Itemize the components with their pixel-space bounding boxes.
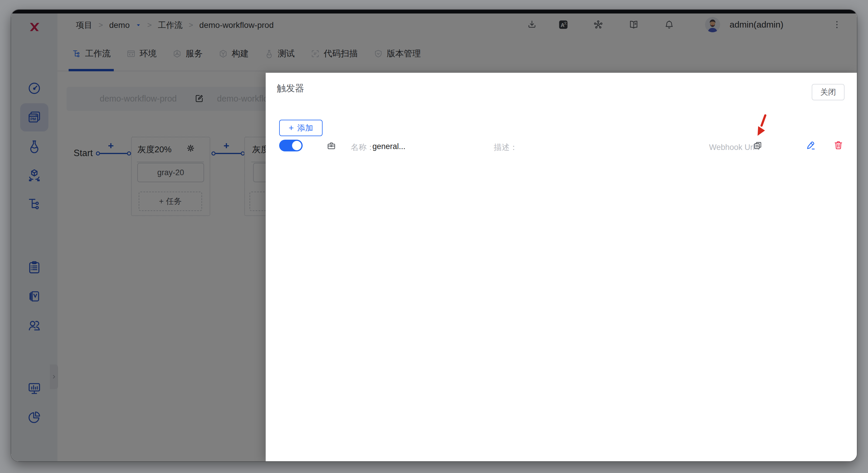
edit-trigger-button[interactable]: [805, 140, 816, 150]
close-button[interactable]: 关闭: [812, 84, 844, 100]
trash-icon: [833, 140, 844, 150]
add-trigger-label: 添加: [297, 123, 313, 133]
pencil-icon: [805, 140, 816, 150]
plus-icon: +: [288, 123, 294, 133]
copy-icon: [753, 141, 763, 150]
app-window: PM: [11, 10, 857, 461]
copy-webhook-button[interactable]: [753, 141, 763, 150]
trigger-drawer: 触发器 关闭 + 添加 名称： general... 描述： Webhook U…: [266, 73, 857, 461]
add-trigger-button[interactable]: + 添加: [279, 120, 322, 136]
toggle-knob: [292, 141, 302, 150]
trigger-enabled-toggle[interactable]: [279, 140, 303, 151]
briefcase-icon: [327, 141, 336, 150]
trigger-name-label: 名称：: [351, 142, 374, 153]
delete-trigger-button[interactable]: [833, 140, 844, 150]
annotation-arrow-icon: [755, 114, 768, 137]
trigger-desc-label: 描述：: [494, 142, 518, 153]
drawer-title: 触发器: [277, 82, 304, 94]
trigger-name-value: general...: [372, 142, 406, 151]
